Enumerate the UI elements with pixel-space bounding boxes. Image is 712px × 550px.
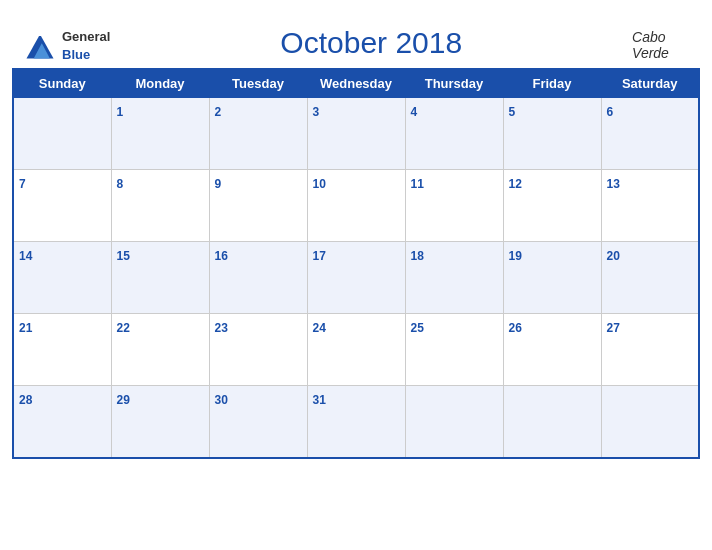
calendar-day-cell (13, 98, 111, 170)
day-number: 20 (607, 249, 620, 263)
calendar-day-cell: 2 (209, 98, 307, 170)
calendar-day-cell: 10 (307, 170, 405, 242)
day-number: 19 (509, 249, 522, 263)
weekday-header-row: Sunday Monday Tuesday Wednesday Thursday… (13, 69, 699, 98)
calendar-day-cell: 20 (601, 242, 699, 314)
calendar-day-cell: 11 (405, 170, 503, 242)
day-number: 9 (215, 177, 222, 191)
calendar-day-cell: 8 (111, 170, 209, 242)
calendar-day-cell: 19 (503, 242, 601, 314)
day-number: 2 (215, 105, 222, 119)
calendar-wrapper: General Blue October 2018 Cabo Verde Sun… (0, 10, 712, 540)
day-number: 7 (19, 177, 26, 191)
day-number: 25 (411, 321, 424, 335)
header-tuesday: Tuesday (209, 69, 307, 98)
calendar-week-row: 14151617181920 (13, 242, 699, 314)
calendar-day-cell: 7 (13, 170, 111, 242)
calendar-day-cell: 29 (111, 386, 209, 458)
calendar-day-cell: 27 (601, 314, 699, 386)
day-number: 12 (509, 177, 522, 191)
day-number: 22 (117, 321, 130, 335)
title-row: October 2018 (110, 24, 632, 66)
day-number: 8 (117, 177, 124, 191)
calendar-day-cell: 16 (209, 242, 307, 314)
logo-text: General Blue (62, 27, 110, 63)
day-number: 23 (215, 321, 228, 335)
country-label: Cabo Verde (632, 29, 690, 61)
logo-header: General Blue October 2018 Cabo Verde (12, 20, 700, 68)
calendar-day-cell: 9 (209, 170, 307, 242)
logo: General Blue (22, 27, 110, 63)
calendar-day-cell: 13 (601, 170, 699, 242)
calendar-day-cell: 1 (111, 98, 209, 170)
day-number: 26 (509, 321, 522, 335)
day-number: 14 (19, 249, 32, 263)
day-number: 24 (313, 321, 326, 335)
calendar-table: Sunday Monday Tuesday Wednesday Thursday… (12, 68, 700, 459)
day-number: 18 (411, 249, 424, 263)
calendar-day-cell (405, 386, 503, 458)
calendar-header: Sunday Monday Tuesday Wednesday Thursday… (13, 69, 699, 98)
month-title: October 2018 (110, 26, 632, 60)
calendar-day-cell: 30 (209, 386, 307, 458)
header-saturday: Saturday (601, 69, 699, 98)
day-number: 28 (19, 393, 32, 407)
calendar-day-cell: 22 (111, 314, 209, 386)
header-thursday: Thursday (405, 69, 503, 98)
day-number: 31 (313, 393, 326, 407)
calendar-day-cell: 14 (13, 242, 111, 314)
day-number: 27 (607, 321, 620, 335)
calendar-day-cell: 31 (307, 386, 405, 458)
calendar-day-cell: 17 (307, 242, 405, 314)
calendar-day-cell (503, 386, 601, 458)
day-number: 21 (19, 321, 32, 335)
calendar-day-cell: 5 (503, 98, 601, 170)
calendar-day-cell: 25 (405, 314, 503, 386)
calendar-day-cell: 15 (111, 242, 209, 314)
day-number: 13 (607, 177, 620, 191)
calendar-day-cell: 21 (13, 314, 111, 386)
day-number: 15 (117, 249, 130, 263)
day-number: 4 (411, 105, 418, 119)
calendar-day-cell: 24 (307, 314, 405, 386)
calendar-day-cell: 28 (13, 386, 111, 458)
day-number: 16 (215, 249, 228, 263)
calendar-day-cell: 4 (405, 98, 503, 170)
calendar-day-cell: 23 (209, 314, 307, 386)
logo-blue: Blue (62, 47, 90, 62)
calendar-week-row: 78910111213 (13, 170, 699, 242)
header-wednesday: Wednesday (307, 69, 405, 98)
calendar-day-cell: 12 (503, 170, 601, 242)
day-number: 11 (411, 177, 424, 191)
day-number: 3 (313, 105, 320, 119)
calendar-body: 1234567891011121314151617181920212223242… (13, 98, 699, 458)
day-number: 5 (509, 105, 516, 119)
calendar-day-cell (601, 386, 699, 458)
day-number: 29 (117, 393, 130, 407)
calendar-day-cell: 26 (503, 314, 601, 386)
header-friday: Friday (503, 69, 601, 98)
day-number: 30 (215, 393, 228, 407)
day-number: 17 (313, 249, 326, 263)
header-monday: Monday (111, 69, 209, 98)
calendar-day-cell: 6 (601, 98, 699, 170)
header-sunday: Sunday (13, 69, 111, 98)
logo-general: General (62, 29, 110, 44)
day-number: 1 (117, 105, 124, 119)
calendar-week-row: 21222324252627 (13, 314, 699, 386)
calendar-day-cell: 18 (405, 242, 503, 314)
day-number: 6 (607, 105, 614, 119)
calendar-week-row: 123456 (13, 98, 699, 170)
day-number: 10 (313, 177, 326, 191)
calendar-week-row: 28293031 (13, 386, 699, 458)
generalblue-logo-icon (22, 27, 58, 63)
calendar-day-cell: 3 (307, 98, 405, 170)
